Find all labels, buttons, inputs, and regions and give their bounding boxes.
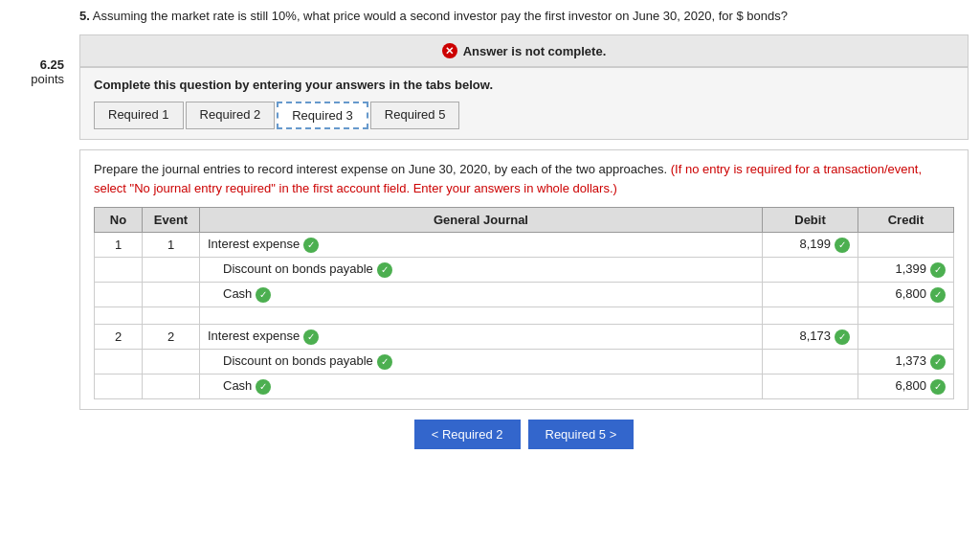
cell-event-5 bbox=[143, 350, 200, 375]
cell-journal-6: Cash✓ bbox=[200, 375, 763, 399]
points-value: 6.25 bbox=[8, 57, 64, 72]
cell-credit-1: 1,399✓ bbox=[858, 258, 954, 283]
cell-no-4: 2 bbox=[95, 325, 143, 350]
cell-event-6 bbox=[143, 375, 200, 399]
check-journal-1: ✓ bbox=[377, 262, 392, 278]
check-debit-0: ✓ bbox=[835, 238, 850, 253]
cell-credit-4 bbox=[858, 325, 954, 350]
check-credit-2: ✓ bbox=[930, 287, 946, 303]
bottom-nav: < Required 2 Required 5 > bbox=[79, 420, 969, 449]
col-header-debit: Debit bbox=[763, 208, 858, 233]
cell-debit-3 bbox=[763, 307, 858, 325]
x-icon: ✕ bbox=[442, 43, 457, 58]
cell-credit-5: 1,373✓ bbox=[858, 350, 954, 375]
cell-event-0: 1 bbox=[143, 233, 200, 258]
cell-debit-1 bbox=[763, 258, 858, 283]
check-debit-4: ✓ bbox=[835, 329, 850, 345]
check-journal-5: ✓ bbox=[377, 354, 392, 370]
cell-no-1 bbox=[95, 258, 143, 283]
cell-event-2 bbox=[143, 283, 200, 307]
complete-box: Complete this question by entering your … bbox=[79, 67, 969, 140]
cell-event-1 bbox=[143, 258, 200, 283]
cell-debit-2 bbox=[763, 283, 858, 307]
cell-no-6 bbox=[95, 375, 143, 399]
cell-journal-1: Discount on bonds payable✓ bbox=[200, 258, 763, 283]
points-label: points bbox=[8, 72, 64, 86]
cell-debit-4: 8,173✓ bbox=[763, 325, 858, 350]
cell-credit-3 bbox=[858, 307, 954, 325]
tab-required1[interactable]: Required 1 bbox=[94, 102, 184, 129]
cell-journal-4: Interest expense✓ bbox=[200, 325, 763, 350]
journal-table: No Event General Journal Debit Credit 11… bbox=[94, 207, 954, 399]
col-header-no: No bbox=[95, 208, 143, 233]
check-journal-6: ✓ bbox=[256, 379, 271, 395]
col-header-journal: General Journal bbox=[200, 208, 763, 233]
cell-debit-0: 8,199✓ bbox=[763, 233, 858, 258]
question-text: 5. Assuming the market rate is still 10%… bbox=[79, 8, 969, 25]
tab-required2[interactable]: Required 2 bbox=[186, 102, 276, 129]
next-button[interactable]: Required 5 > bbox=[528, 420, 635, 449]
tab-required3[interactable]: Required 3 bbox=[277, 102, 368, 129]
banner-text: Answer is not complete. bbox=[463, 44, 607, 58]
answer-banner: ✕ Answer is not complete. bbox=[79, 34, 969, 67]
check-credit-1: ✓ bbox=[930, 262, 946, 278]
check-credit-6: ✓ bbox=[930, 379, 946, 395]
tabs-row: Required 1 Required 2 Required 3 Require… bbox=[94, 102, 954, 129]
cell-journal-0: Interest expense✓ bbox=[200, 233, 763, 258]
instructions-text: Prepare the journal entries to record in… bbox=[94, 160, 954, 197]
cell-credit-0 bbox=[858, 233, 954, 258]
check-journal-0: ✓ bbox=[303, 238, 319, 253]
cell-event-3 bbox=[143, 307, 200, 325]
check-credit-5: ✓ bbox=[930, 354, 946, 370]
cell-journal-2: Cash✓ bbox=[200, 283, 763, 307]
prev-button[interactable]: < Required 2 bbox=[414, 420, 521, 449]
check-journal-2: ✓ bbox=[256, 287, 271, 303]
instruction-text: Complete this question by entering your … bbox=[94, 78, 954, 92]
cell-journal-5: Discount on bonds payable✓ bbox=[200, 350, 763, 375]
cell-no-0: 1 bbox=[95, 233, 143, 258]
cell-credit-2: 6,800✓ bbox=[858, 283, 954, 307]
cell-debit-6 bbox=[763, 375, 858, 399]
cell-credit-6: 6,800✓ bbox=[858, 375, 954, 399]
cell-no-5 bbox=[95, 350, 143, 375]
cell-event-4: 2 bbox=[143, 325, 200, 350]
tab-required5[interactable]: Required 5 bbox=[370, 102, 460, 129]
col-header-event: Event bbox=[143, 208, 200, 233]
cell-debit-5 bbox=[763, 350, 858, 375]
cell-journal-3 bbox=[200, 307, 763, 325]
check-journal-4: ✓ bbox=[303, 329, 319, 345]
col-header-credit: Credit bbox=[858, 208, 954, 233]
cell-no-3 bbox=[95, 307, 143, 325]
content-area: Prepare the journal entries to record in… bbox=[79, 149, 969, 410]
cell-no-2 bbox=[95, 283, 143, 307]
